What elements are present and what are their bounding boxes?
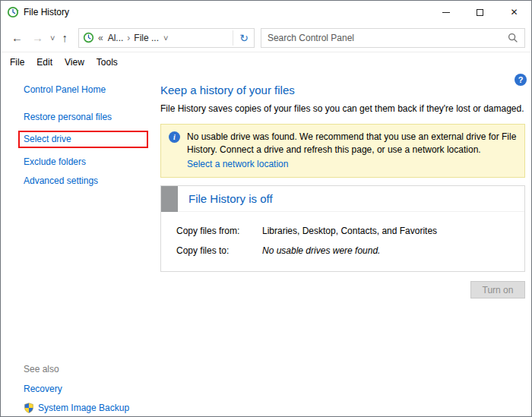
back-button[interactable]: ← (7, 32, 27, 43)
copy-files-from-value: Libraries, Desktop, Contacts, and Favori… (262, 226, 437, 236)
window-body: ? Control Panel Home Restore personal fi… (1, 72, 531, 416)
menu-bar: File Edit View Tools (1, 52, 531, 72)
warning-body: No usable drive was found. We recommend … (187, 131, 517, 171)
maximize-icon (477, 9, 483, 16)
up-button[interactable]: ↑ (57, 32, 72, 43)
search-input[interactable] (268, 33, 508, 43)
maximize-button[interactable] (463, 1, 497, 24)
main-content: Keep a history of your files File Histor… (153, 72, 531, 416)
sidebar-see-also-section: See also Recovery System Image Backup (24, 364, 148, 413)
navigation-bar: ← → ˅ ↑ « Al... › File ... ˅ ↻ (1, 24, 531, 52)
breadcrumb-overflow-icon[interactable]: « (98, 33, 103, 43)
page-title: Keep a history of your files (160, 84, 525, 96)
select-network-location-link[interactable]: Select a network location (187, 158, 288, 171)
status-rows: Copy files from: Libraries, Desktop, Con… (161, 212, 524, 271)
sidebar-item-control-panel-home[interactable]: Control Panel Home (24, 84, 148, 95)
menu-tools[interactable]: Tools (90, 55, 124, 70)
breadcrumb-dropdown-icon[interactable]: ˅ (160, 33, 171, 43)
breadcrumb[interactable]: « Al... › File ... ˅ ↻ (78, 28, 255, 48)
system-image-backup-label[interactable]: System Image Backup (38, 403, 129, 413)
status-block-icon (161, 186, 178, 212)
close-icon: ✕ (510, 7, 518, 17)
warning-text: No usable drive was found. We recommend … (187, 131, 516, 155)
warning-banner: i No usable drive was found. We recommen… (160, 124, 525, 178)
copy-files-to-label: Copy files to: (176, 245, 262, 256)
help-button[interactable]: ? (515, 74, 527, 86)
search-box[interactable] (261, 28, 525, 48)
copy-files-from-label: Copy files from: (176, 226, 262, 236)
search-icon[interactable] (508, 33, 518, 43)
forward-button[interactable]: → (27, 32, 48, 43)
sidebar-item-system-image-backup[interactable]: System Image Backup (24, 403, 148, 413)
window-title: File History (24, 7, 69, 17)
window-controls: ✕ (429, 1, 531, 24)
minimize-button[interactable] (429, 1, 463, 24)
breadcrumb-item-file-history[interactable]: File ... (132, 33, 160, 43)
turn-on-button[interactable]: Turn on (470, 281, 525, 299)
file-history-window: File History ✕ ← → ˅ ↑ « Al... › File ..… (0, 0, 532, 417)
annotation-select-drive: Select drive (18, 131, 148, 148)
refresh-button[interactable]: ↻ (233, 30, 250, 46)
menu-edit[interactable]: Edit (30, 55, 59, 70)
sidebar-item-recovery[interactable]: Recovery (24, 384, 148, 394)
see-also-label: See also (24, 364, 148, 374)
status-panel: File History is off Copy files from: Lib… (160, 185, 525, 272)
sidebar: Control Panel Home Restore personal file… (1, 72, 153, 416)
info-icon: i (169, 131, 180, 143)
sidebar-item-exclude-folders[interactable]: Exclude folders (24, 156, 148, 167)
status-title: File History is off (188, 192, 273, 205)
menu-view[interactable]: View (59, 55, 90, 70)
uac-shield-icon (24, 403, 34, 413)
copy-files-from-row: Copy files from: Libraries, Desktop, Con… (176, 226, 517, 236)
minimize-icon (442, 12, 450, 13)
menu-file[interactable]: File (4, 55, 30, 70)
sidebar-item-select-drive[interactable]: Select drive (24, 134, 71, 144)
crumb-separator-icon[interactable]: › (125, 33, 132, 43)
sidebar-item-restore-personal-files[interactable]: Restore personal files (24, 112, 148, 122)
breadcrumb-item-all-items[interactable]: Al... (106, 33, 125, 43)
actions-row: Turn on (160, 281, 525, 299)
copy-files-to-value: No usable drives were found. (262, 245, 380, 256)
status-header: File History is off (161, 186, 524, 212)
file-history-app-icon (7, 6, 19, 18)
breadcrumb-file-history-icon (83, 32, 94, 43)
page-description: File History saves copies of your files … (160, 103, 525, 114)
copy-files-to-row: Copy files to: No usable drives were fou… (176, 245, 517, 256)
titlebar: File History ✕ (1, 1, 531, 24)
close-button[interactable]: ✕ (497, 1, 531, 24)
history-dropdown-icon[interactable]: ˅ (48, 33, 57, 43)
sidebar-item-advanced-settings[interactable]: Advanced settings (24, 175, 148, 186)
